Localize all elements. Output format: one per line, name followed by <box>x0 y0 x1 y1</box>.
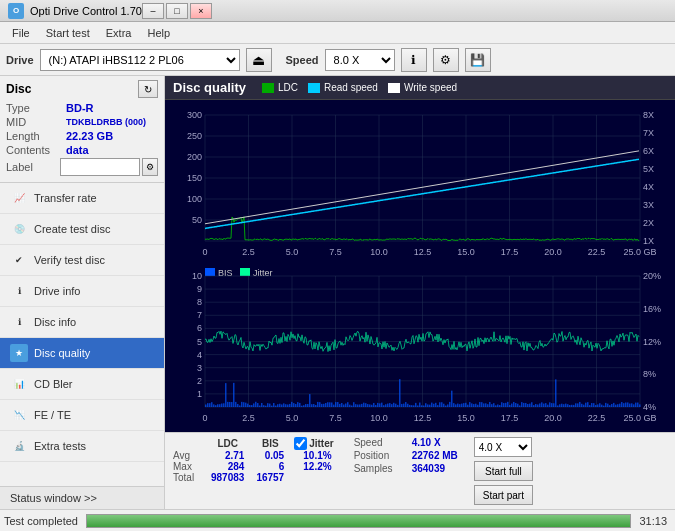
total-label: Total <box>173 472 205 483</box>
action-buttons: 4.0 X Start full Start part <box>474 437 533 505</box>
disc-length-row: Length 22.23 GB <box>6 130 158 142</box>
cd-bler-icon: 📊 <box>10 375 28 393</box>
menu-extra[interactable]: Extra <box>98 25 140 41</box>
progress-bar-fill <box>87 515 630 527</box>
menubar: File Start test Extra Help <box>0 22 675 44</box>
nav-extra-tests-label: Extra tests <box>34 440 86 452</box>
nav-cd-bler[interactable]: 📊 CD Bler <box>0 369 164 400</box>
charts-area <box>165 100 675 432</box>
legend-read-speed-label: Read speed <box>324 82 378 93</box>
start-part-button[interactable]: Start part <box>474 485 533 505</box>
disc-section: Disc ↻ Type BD-R MID TDKBLDRBB (000) Len… <box>0 76 164 183</box>
chart-header: Disc quality LDC Read speed Write speed <box>165 76 675 100</box>
bis-header: BIS <box>250 437 290 450</box>
drivebar: Drive (N:) ATAPI iHBS112 2 PL06 ⏏ Speed … <box>0 44 675 76</box>
samples-key-label: Samples <box>354 463 408 474</box>
disc-header: Disc ↻ <box>6 80 158 98</box>
nav-drive-info[interactable]: ℹ Drive info <box>0 276 164 307</box>
disc-label-row: Label ⚙ <box>6 158 158 176</box>
disc-label-label: Label <box>6 161 60 173</box>
info-button[interactable]: ℹ <box>401 48 427 72</box>
disc-mid-value: TDKBLDRBB (000) <box>66 117 146 127</box>
nav-verify-test-disc-label: Verify test disc <box>34 254 105 266</box>
legend-read-speed: Read speed <box>308 82 378 93</box>
nav-verify-test-disc[interactable]: ✔ Verify test disc <box>0 245 164 276</box>
legend-write-speed: Write speed <box>388 82 457 93</box>
speed-value: 4.10 X <box>412 437 441 448</box>
create-test-disc-icon: 💿 <box>10 220 28 238</box>
disc-quality-icon: ★ <box>10 344 28 362</box>
statusbar: Test completed 31:13 <box>0 509 675 531</box>
bis-avg: 0.05 <box>250 450 290 461</box>
menu-help[interactable]: Help <box>139 25 178 41</box>
app-icon: O <box>8 3 24 19</box>
disc-mid-row: MID TDKBLDRBB (000) <box>6 116 158 128</box>
verify-test-disc-icon: ✔ <box>10 251 28 269</box>
legend-ldc-label: LDC <box>278 82 298 93</box>
content-area: Disc quality LDC Read speed Write speed <box>165 76 675 509</box>
disc-type-row: Type BD-R <box>6 102 158 114</box>
disc-length-label: Length <box>6 130 66 142</box>
jitter-header: Jitter <box>309 438 333 449</box>
drive-select[interactable]: (N:) ATAPI iHBS112 2 PL06 <box>40 49 240 71</box>
speed-select[interactable]: 8.0 X <box>325 49 395 71</box>
nav-fe-te[interactable]: 📉 FE / TE <box>0 400 164 431</box>
nav-transfer-rate[interactable]: 📈 Transfer rate <box>0 183 164 214</box>
disc-label-button[interactable]: ⚙ <box>142 158 158 176</box>
titlebar-title: Opti Drive Control 1.70 <box>30 5 142 17</box>
stats-table: LDC BIS Jitter Avg 2.71 0.05 10.1% <box>173 437 338 483</box>
disc-info-icon: ℹ <box>10 313 28 331</box>
jitter-checkbox[interactable] <box>294 437 307 450</box>
disc-type-value: BD-R <box>66 102 94 114</box>
legend-ldc: LDC <box>262 82 298 93</box>
nav-disc-info-label: Disc info <box>34 316 76 328</box>
nav-disc-quality[interactable]: ★ Disc quality <box>0 338 164 369</box>
disc-mid-label: MID <box>6 116 66 128</box>
position-key-label: Position <box>354 450 408 461</box>
ldc-header: LDC <box>205 437 250 450</box>
eject-button[interactable]: ⏏ <box>246 48 272 72</box>
speed-label: Speed <box>286 54 319 66</box>
nav-disc-info[interactable]: ℹ Disc info <box>0 307 164 338</box>
avg-label: Avg <box>173 450 205 461</box>
settings-button[interactable]: ⚙ <box>433 48 459 72</box>
speed-key-label: Speed <box>354 437 408 448</box>
samples-value: 364039 <box>412 463 445 474</box>
ldc-avg: 2.71 <box>205 450 250 461</box>
minimize-button[interactable]: – <box>142 3 164 19</box>
status-text: Test completed <box>4 515 78 527</box>
upper-chart-canvas <box>165 100 675 266</box>
disc-contents-value: data <box>66 144 89 156</box>
disc-refresh-button[interactable]: ↻ <box>138 80 158 98</box>
status-window-button[interactable]: Status window >> <box>0 486 164 509</box>
bis-total: 16757 <box>250 472 290 483</box>
titlebar-controls: – □ × <box>142 3 212 19</box>
progress-bar-container <box>86 514 631 528</box>
legend-write-speed-color <box>388 83 400 93</box>
read-speed-select[interactable]: 4.0 X <box>474 437 532 457</box>
nav-extra-tests[interactable]: 🔬 Extra tests <box>0 431 164 462</box>
drive-label: Drive <box>6 54 34 66</box>
menu-file[interactable]: File <box>4 25 38 41</box>
ldc-total: 987083 <box>205 472 250 483</box>
close-button[interactable]: × <box>190 3 212 19</box>
titlebar: O Opti Drive Control 1.70 – □ × <box>0 0 675 22</box>
position-value: 22762 MB <box>412 450 458 461</box>
speed-select-row: 4.0 X <box>474 437 533 457</box>
maximize-button[interactable]: □ <box>166 3 188 19</box>
legend-ldc-color <box>262 83 274 93</box>
disc-label-input[interactable] <box>60 158 140 176</box>
disc-length-value: 22.23 GB <box>66 130 113 142</box>
position-row: Position 22762 MB <box>354 450 458 461</box>
legend-write-speed-label: Write speed <box>404 82 457 93</box>
nav-cd-bler-label: CD Bler <box>34 378 73 390</box>
start-full-button[interactable]: Start full <box>474 461 533 481</box>
nav-create-test-disc[interactable]: 💿 Create test disc <box>0 214 164 245</box>
menu-start-test[interactable]: Start test <box>38 25 98 41</box>
save-button[interactable]: 💾 <box>465 48 491 72</box>
bis-max: 6 <box>250 461 290 472</box>
extra-tests-icon: 🔬 <box>10 437 28 455</box>
nav-transfer-rate-label: Transfer rate <box>34 192 97 204</box>
ldc-max: 284 <box>205 461 250 472</box>
time-text: 31:13 <box>639 515 667 527</box>
